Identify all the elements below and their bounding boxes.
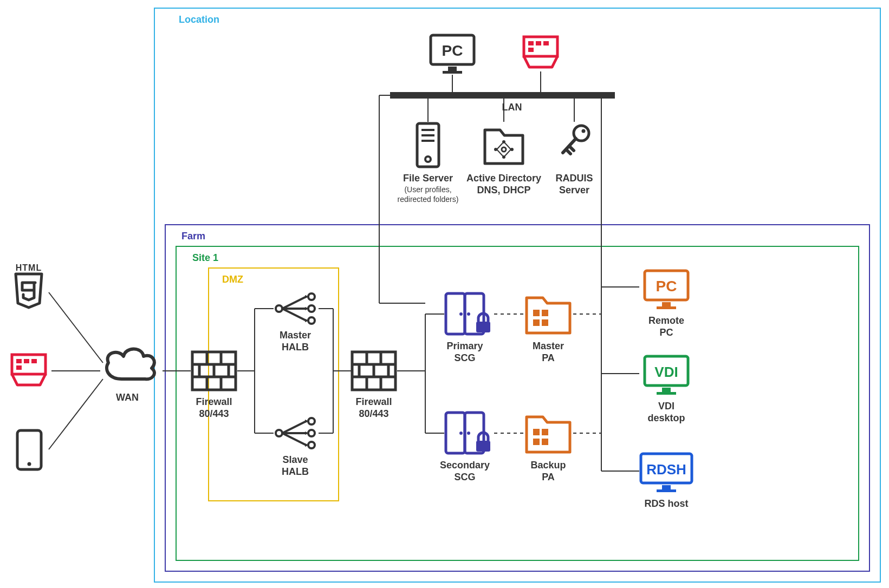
svg-text:PC: PC	[656, 278, 677, 295]
conn-halbs-fw2	[319, 309, 352, 433]
firewall1-icon	[192, 352, 236, 390]
svg-rect-35	[31, 359, 37, 363]
wan-cloud-icon	[107, 349, 154, 380]
backup-pa-icon	[527, 417, 570, 452]
master-pa-l2: PA	[542, 352, 555, 363]
secondary-scg-icon	[446, 413, 490, 453]
remote-pc-l1: Remote	[648, 315, 684, 326]
svg-rect-33	[16, 359, 22, 363]
file-server-l3: redirected folders)	[398, 195, 459, 204]
conn-html5-wan	[49, 292, 103, 363]
lan-pc-icon: PC	[431, 35, 474, 74]
firewall2-label-2: 80/443	[359, 408, 388, 419]
conn-fw1-halbs	[237, 309, 274, 433]
secondary-scg-l2: SCG	[454, 472, 475, 482]
svg-rect-34	[24, 359, 29, 363]
svg-rect-67	[536, 41, 541, 45]
ad-l2: DNS, DHCP	[477, 185, 530, 195]
svg-point-79	[502, 147, 506, 152]
slave-halb-l1: Slave	[282, 454, 308, 465]
site-box	[176, 246, 859, 560]
svg-rect-69	[528, 48, 534, 52]
slave-halb-l2: HALB	[282, 466, 309, 477]
lan-ras-icon	[524, 37, 557, 67]
file-server-l2: (User profiles,	[404, 185, 451, 194]
secondary-scg-l1: Secondary	[440, 460, 490, 471]
svg-text:RDSH: RDSH	[646, 461, 686, 478]
conn-fw2-scgs	[397, 314, 444, 433]
svg-point-38	[28, 462, 31, 466]
primary-scg-l2: SCG	[454, 352, 475, 363]
backup-pa-l1: Backup	[530, 460, 566, 471]
dmz-box	[209, 268, 339, 501]
svg-rect-68	[543, 41, 549, 45]
rdsh-icon: RDSH	[641, 454, 692, 492]
lan-label: LAN	[502, 102, 522, 113]
master-pa-icon	[527, 298, 570, 333]
svg-text:HTML: HTML	[16, 263, 42, 272]
svg-rect-65	[524, 37, 557, 56]
vdi-l2: desktop	[647, 413, 685, 423]
vdi-l1: VDI	[658, 401, 674, 411]
site-label: Site 1	[192, 252, 218, 263]
primary-scg-l1: Primary	[446, 341, 483, 351]
vdi-icon: VDI	[645, 356, 688, 395]
primary-scg-icon	[446, 293, 490, 334]
rdsh-l1: RDS host	[645, 498, 689, 509]
conn-pa-resources	[573, 287, 639, 471]
farm-box	[165, 225, 869, 571]
remote-pc-l2: PC	[659, 327, 673, 338]
radius-icon	[563, 126, 589, 154]
file-server-l1: File Server	[403, 173, 453, 184]
dmz-label: DMZ	[222, 274, 243, 285]
backup-pa-l2: PA	[542, 472, 555, 482]
firewall2-label-1: Firewall	[355, 396, 392, 407]
radius-l2: Server	[559, 185, 589, 195]
ras-client-icon	[12, 355, 46, 385]
svg-line-91	[566, 149, 570, 154]
firewall2-icon	[352, 352, 395, 390]
firewall1-label-1: Firewall	[196, 396, 232, 407]
ad-icon	[485, 130, 523, 164]
location-label: Location	[179, 14, 219, 25]
svg-point-89	[582, 129, 586, 133]
svg-line-92	[569, 146, 574, 151]
svg-rect-66	[528, 41, 534, 45]
ad-l1: Active Directory	[466, 173, 541, 184]
firewall1-label-2: 80/443	[199, 408, 229, 419]
svg-rect-32	[12, 355, 46, 374]
master-halb-icon	[276, 293, 315, 324]
conn-mobile-wan	[49, 379, 103, 449]
master-pa-l1: Master	[533, 341, 564, 351]
html5-client-icon: HTML	[16, 263, 42, 308]
remote-pc-icon: PC	[645, 271, 688, 309]
svg-point-78	[425, 156, 431, 162]
svg-rect-36	[16, 365, 22, 370]
master-halb-l2: HALB	[282, 342, 309, 352]
farm-label: Farm	[181, 231, 205, 241]
master-halb-l1: Master	[280, 330, 311, 341]
mobile-client-icon	[17, 430, 41, 469]
svg-text:PC: PC	[442, 42, 463, 59]
slave-halb-icon	[276, 418, 315, 448]
radius-l1: RADUIS	[555, 173, 593, 184]
lan-bar	[390, 92, 615, 99]
file-server-icon	[417, 123, 439, 167]
svg-text:VDI: VDI	[654, 364, 678, 380]
wan-label: WAN	[116, 392, 139, 403]
